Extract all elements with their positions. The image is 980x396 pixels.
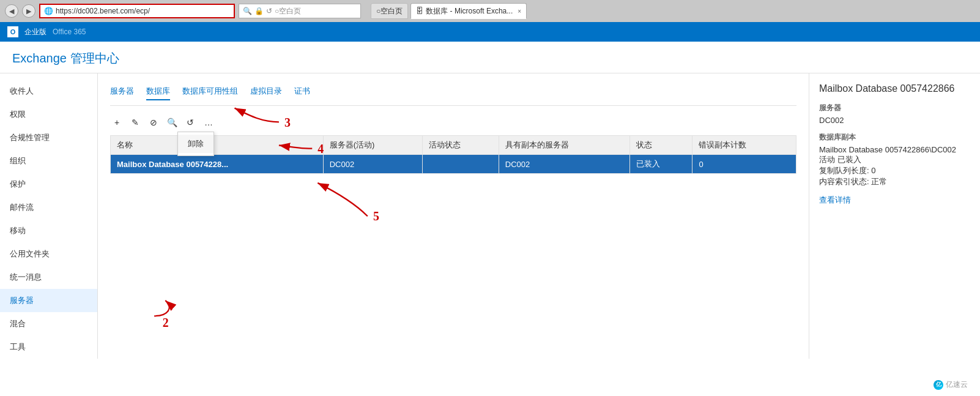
detail-replica-active: 活动 已装入 [819, 154, 970, 165]
detail-title: Mailbox Database 0057422866 [819, 83, 970, 94]
sub-nav: 服务器 数据库 数据库可用性组 虚拟目录 证书 [110, 86, 796, 106]
cell-status: 已装入 [629, 155, 692, 174]
back-button[interactable]: ◀ [5, 4, 18, 18]
edition-label: 企业版 [24, 27, 46, 37]
sidebar-item-protection[interactable]: 保护 [0, 173, 97, 196]
address-bar[interactable]: 🌐 https://dc002.benet.com/ecp/ [39, 4, 235, 18]
active-tab-icon: 🗄 [416, 7, 423, 15]
tab-dag[interactable]: 数据库可用性组 [182, 86, 238, 100]
sidebar: 收件人 权限 合规性管理 组织 保护 邮件流 移动 公用文件夹 统一消息 服务器… [0, 73, 98, 359]
empty-tab[interactable]: ○空白页 [371, 3, 408, 19]
detail-replica-name: Mailbox Database 0057422866\DC002 [819, 145, 970, 154]
sidebar-item-servers[interactable]: 服务器 [0, 289, 97, 312]
sidebar-item-publicfolders[interactable]: 公用文件夹 [0, 242, 97, 266]
dropdown-item-unmount[interactable]: 卸除 [178, 135, 213, 153]
sidebar-item-permissions[interactable]: 权限 [0, 103, 97, 126]
lock-icon: 🔒 [254, 7, 264, 15]
tab-certs[interactable]: 证书 [294, 86, 310, 100]
detail-replica-queue: 复制队列长度: 0 [819, 165, 970, 176]
office-toolbar: O 企业版 Office 365 [0, 22, 980, 42]
toolbar: + ✎ ⊘ 🔍 ↺ … 卸除 [110, 116, 796, 129]
browser-chrome: ◀ ▶ 🌐 https://dc002.benet.com/ecp/ 🔍 🔒 ↺… [0, 0, 980, 22]
sidebar-item-mailflow[interactable]: 邮件流 [0, 196, 97, 219]
detail-replica-content: 内容索引状态: 正常 [819, 176, 970, 187]
forward-button[interactable]: ▶ [22, 4, 35, 18]
content-area: 服务器 数据库 数据库可用性组 虚拟目录 证书 + ✎ ⊘ 🔍 ↺ … 卸除 [98, 73, 809, 359]
tab-vdir[interactable]: 虚拟目录 [250, 86, 282, 100]
search-button[interactable]: 🔍 [165, 116, 179, 129]
search-icon: 🔍 [243, 7, 252, 15]
detail-server-label: 服务器 [819, 103, 970, 113]
edit-button[interactable]: ✎ [128, 116, 142, 129]
tab-bar: ○空白页 🗄 数据库 - Microsoft Excha... × [371, 3, 975, 19]
detail-server-value: DC002 [819, 116, 970, 125]
tab-databases[interactable]: 数据库 [146, 86, 170, 100]
detail-replica-info: Mailbox Database 0057422866\DC002 活动 已装入… [819, 145, 970, 187]
sidebar-item-recipients[interactable]: 收件人 [0, 80, 97, 103]
col-error-count: 错误副本计数 [692, 136, 796, 155]
page-title: Exchange 管理中心 [12, 50, 968, 67]
cell-server: DC002 [323, 155, 422, 174]
sidebar-item-tools[interactable]: 工具 [0, 335, 97, 359]
col-server: 服务器(活动) [323, 136, 422, 155]
more-button[interactable]: … [202, 116, 215, 129]
active-tab-label: 数据库 - Microsoft Excha... [426, 6, 513, 17]
sidebar-item-compliance[interactable]: 合规性管理 [0, 126, 97, 149]
office-logo: O [7, 26, 18, 37]
col-name: 名称 [111, 136, 324, 155]
detail-panel: Mailbox Database 0057422866 服务器 DC002 数据… [809, 73, 980, 359]
table-row[interactable]: Mailbox Database 00574228... DC002 DC002… [111, 155, 796, 174]
refresh-icon: ↺ [266, 7, 272, 15]
refresh-button[interactable]: ↺ [184, 116, 197, 129]
tab-close-button[interactable]: × [518, 8, 521, 15]
cell-name: Mailbox Database 00574228... [111, 155, 324, 174]
detail-replica-label: 数据库副本 [819, 132, 970, 143]
sidebar-item-um[interactable]: 统一消息 [0, 266, 97, 289]
col-replica-servers: 具有副本的服务器 [499, 136, 629, 155]
address-text: https://dc002.benet.com/ecp/ [56, 7, 150, 15]
sidebar-item-org[interactable]: 组织 [0, 149, 97, 173]
sidebar-item-mobile[interactable]: 移动 [0, 219, 97, 242]
product-label: Office 365 [53, 28, 86, 36]
search-placeholder-text: ○空白页 [275, 6, 301, 17]
cell-replica-servers: DC002 [499, 155, 629, 174]
address-icon: 🌐 [44, 7, 53, 15]
main-content: 收件人 权限 合规性管理 组织 保护 邮件流 移动 公用文件夹 统一消息 服务器… [0, 73, 980, 359]
page-title-bar: Exchange 管理中心 [0, 42, 980, 73]
tab-servers[interactable]: 服务器 [110, 86, 134, 100]
delete-button[interactable]: ⊘ [147, 116, 160, 129]
sidebar-item-hybrid[interactable]: 混合 [0, 312, 97, 335]
search-bar[interactable]: 🔍 🔒 ↺ ○空白页 [239, 4, 361, 18]
col-status: 状态 [629, 136, 692, 155]
dropdown-menu: 卸除 [177, 132, 214, 156]
col-active-status: 活动状态 [422, 136, 499, 155]
empty-tab-label: ○空白页 [376, 6, 403, 17]
cell-error-count: 0 [692, 155, 796, 174]
cell-active-status [422, 155, 499, 174]
detail-view-link[interactable]: 查看详情 [819, 195, 851, 204]
active-tab[interactable]: 🗄 数据库 - Microsoft Excha... × [410, 3, 527, 19]
add-button[interactable]: + [110, 116, 124, 129]
